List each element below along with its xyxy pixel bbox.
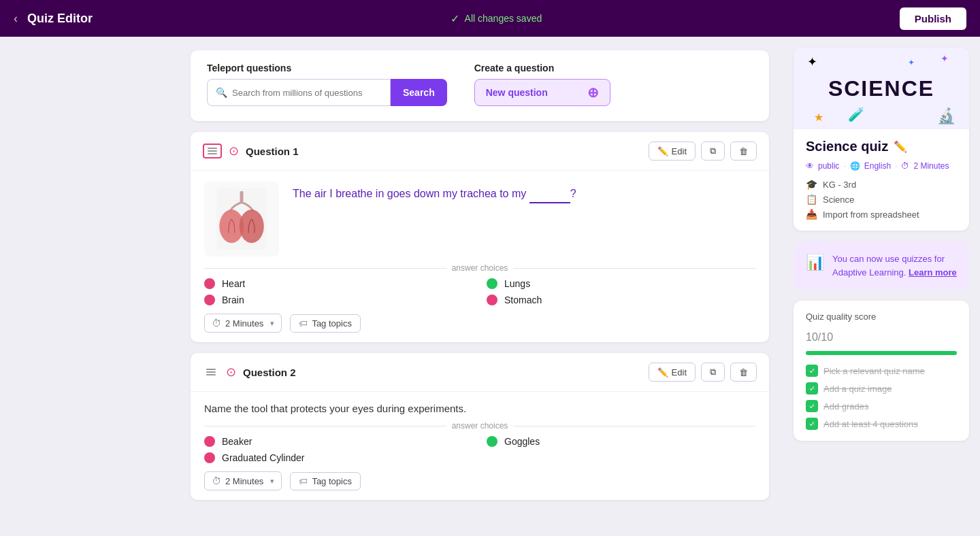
import-icon: 📥 (806, 209, 817, 220)
tag-topics-button-1[interactable]: 🏷 Tag topics (290, 314, 361, 333)
check-box-3: ✓ (806, 418, 818, 430)
answers-grid-2: Beaker Goggles Graduated Cylinder (204, 436, 755, 463)
create-section: Create a question New question ⊕ (474, 63, 610, 106)
quality-score: 10/10 (806, 324, 957, 346)
drag-handle-2[interactable] (203, 366, 219, 378)
tag-icon-1: 🏷 (299, 318, 308, 329)
answer-dot-red-2 (204, 295, 215, 305)
answer-brain: Brain (204, 295, 473, 305)
answer-dot-red-1 (204, 278, 215, 289)
pencil-icon-2: ✏️ (657, 367, 668, 378)
delete-button-2[interactable]: 🗑 (730, 363, 757, 382)
quality-bar-fill (806, 351, 957, 355)
question-type-icon-1: ⊙ (229, 144, 239, 158)
duration-label: 2 Minutes (913, 161, 949, 171)
search-input-wrap: 🔍 (207, 79, 391, 106)
copy-button-2[interactable]: ⧉ (701, 363, 725, 382)
answer-beaker: Beaker (204, 436, 473, 447)
delete-button-1[interactable]: 🗑 (730, 141, 757, 161)
answer-graduated-cylinder: Graduated Cylinder (204, 452, 473, 463)
answer-heart: Heart (204, 278, 473, 289)
quiz-info-body: Science quiz ✏️ 👁 public · 🌐 English · ⏱… (794, 129, 969, 231)
check-box-1: ✓ (806, 382, 818, 395)
quiz-meta: 👁 public · 🌐 English · ⏱ 2 Minutes (806, 161, 957, 171)
grade-icon: 🎓 (806, 179, 817, 190)
quiz-banner: ✦ ✦ ★ ✦ SCIENCE 🔬 🧪 (794, 48, 969, 129)
clock-icon-1: ⏱ (212, 318, 221, 329)
quality-score-card: Quiz quality score 10/10 ✓ Pick a releva… (794, 301, 969, 441)
learn-more-link[interactable]: Learn more (909, 267, 957, 278)
check-box-2: ✓ (806, 400, 818, 412)
question-body-1: The air I breathe in goes down my trache… (191, 171, 769, 256)
answer-goggles: Goggles (487, 436, 755, 447)
answer-dot-beaker (204, 436, 215, 447)
question-image-1 (204, 182, 279, 256)
chevron-down-icon-1: ▾ (270, 319, 274, 328)
edit-pencil-icon[interactable]: ✏️ (894, 140, 907, 153)
quality-checklist: ✓ Pick a relevant quiz name ✓ Add a quiz… (806, 365, 957, 430)
question-footer-2: ⏱ 2 Minutes ▾ 🏷 Tag topics (191, 463, 769, 500)
copy-button-1[interactable]: ⧉ (701, 141, 725, 161)
search-input[interactable] (232, 88, 382, 98)
save-status: ✓ All changes saved (451, 12, 542, 25)
back-button[interactable]: ‹ (14, 12, 18, 26)
center-content: Teleport questions 🔍 Search Create a que… (177, 37, 783, 536)
quality-out-of: /10 (818, 331, 833, 343)
teleport-label: Teleport questions (207, 63, 447, 73)
quiz-banner-text: SCIENCE (828, 76, 934, 101)
teleport-section: Teleport questions 🔍 Search (207, 63, 447, 106)
check-item-3: ✓ Add at least 4 questions (806, 418, 957, 430)
answer-section-2: answer choices Beaker Goggles Graduated … (191, 414, 769, 463)
search-button[interactable]: Search (391, 79, 447, 106)
answer-choices-label-2: answer choices (452, 421, 508, 431)
drag-handle-1[interactable] (203, 144, 222, 158)
new-question-label: New question (486, 87, 548, 98)
copy-icon-1: ⧉ (710, 146, 716, 156)
visibility-icon: 👁 (806, 161, 814, 171)
answer-section-1: answer choices Heart Lungs Brain (191, 256, 769, 305)
svg-point-3 (240, 210, 264, 243)
tag-topics-button-2[interactable]: 🏷 Tag topics (290, 472, 361, 490)
question-actions-2: ✏️ Edit ⧉ 🗑 (649, 363, 757, 382)
deco-star-4: ✦ (908, 58, 915, 67)
question-header-1: ⊙ Question 1 ✏️ Edit ⧉ 🗑 (191, 132, 769, 171)
quality-label: Quiz quality score (806, 312, 957, 322)
quiz-title: Science quiz (806, 139, 888, 154)
visibility-label: public (818, 161, 839, 171)
duration-icon: ⏱ (901, 161, 909, 171)
publish-button[interactable]: Publish (900, 7, 966, 30)
question-text-2: Name the tool that protects your eyes du… (191, 392, 769, 414)
search-icon: 🔍 (216, 87, 227, 98)
quiz-title-row: Science quiz ✏️ (806, 139, 957, 154)
import-row[interactable]: 📥 Import from spreadsheet (806, 209, 957, 220)
time-select-2[interactable]: ⏱ 2 Minutes ▾ (204, 471, 282, 490)
page-title: Quiz Editor (27, 12, 93, 26)
new-question-button[interactable]: New question ⊕ (474, 79, 610, 106)
trash-icon-1: 🗑 (739, 146, 748, 156)
answer-stomach: Stomach (487, 295, 755, 305)
answer-choices-label-1: answer choices (452, 263, 508, 273)
check-item-1: ✓ Add a quiz image (806, 382, 957, 395)
check-item-0: ✓ Pick a relevant quiz name (806, 365, 957, 377)
question-card-1: ⊙ Question 1 ✏️ Edit ⧉ 🗑 (191, 132, 769, 342)
answer-dot-red-3 (487, 295, 497, 305)
deco-star-3: ★ (814, 111, 823, 124)
edit-button-2[interactable]: ✏️ Edit (649, 363, 696, 382)
question-actions-1: ✏️ Edit ⧉ 🗑 (649, 141, 757, 161)
answer-dot-goggles (487, 436, 497, 447)
blank-underline-1 (529, 186, 570, 203)
grade-row: 🎓 KG - 3rd (806, 179, 957, 190)
adaptive-learning-card: 📊 You can now use quizzes for Adaptive L… (794, 241, 969, 290)
edit-button-1[interactable]: ✏️ Edit (649, 141, 696, 161)
answer-dot-graduated (204, 452, 215, 463)
question-footer-1: ⏱ 2 Minutes ▾ 🏷 Tag topics (191, 305, 769, 342)
subject-row: 📋 Science (806, 194, 957, 205)
questions-toolbar: Teleport questions 🔍 Search Create a que… (191, 50, 769, 121)
time-select-1[interactable]: ⏱ 2 Minutes ▾ (204, 314, 282, 333)
svg-rect-1 (240, 191, 244, 202)
clock-icon-2: ⏱ (212, 475, 221, 486)
deco-microscope: 🔬 (937, 107, 956, 125)
import-label: Import from spreadsheet (823, 210, 919, 220)
chevron-down-icon-2: ▾ (270, 477, 274, 486)
grade-label: KG - 3rd (823, 180, 856, 190)
